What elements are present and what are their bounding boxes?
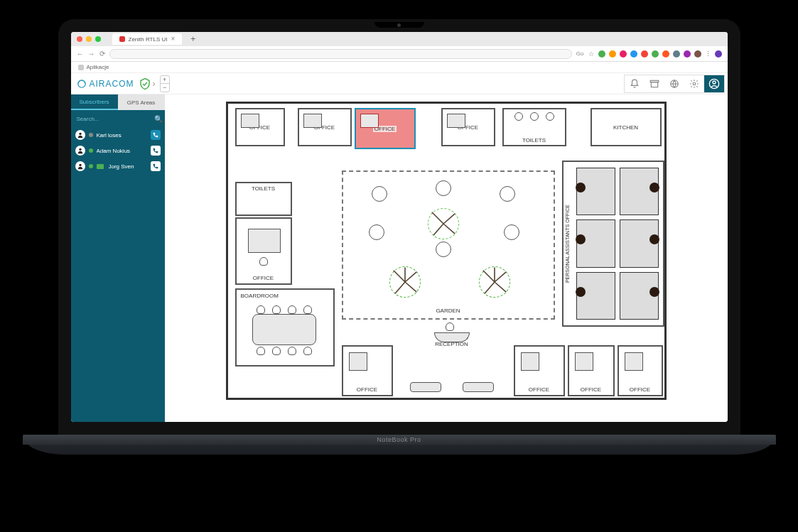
app-body: Subscribers GPS Areas 🔍 ▽ Karl loses xyxy=(71,94,728,422)
url-field[interactable] xyxy=(109,49,572,59)
extension-icon[interactable] xyxy=(630,50,637,58)
room-office-bottom[interactable]: OFFICE xyxy=(342,345,393,396)
room-toilets[interactable]: TOILETS xyxy=(502,108,566,146)
new-tab-button[interactable]: + xyxy=(190,34,195,44)
person-marker xyxy=(649,234,659,244)
chair-furniture xyxy=(259,257,268,266)
garden-table xyxy=(369,224,384,240)
settings-button[interactable] xyxy=(684,75,704,92)
garden-table xyxy=(372,186,387,202)
garden-table xyxy=(500,186,515,202)
subscriber-row[interactable]: Karl loses xyxy=(71,127,165,143)
extensions-menu-icon[interactable]: ⋮ xyxy=(705,50,711,58)
tab-title: Zenith RTLS UI xyxy=(129,36,168,43)
room-office[interactable]: OFFICE xyxy=(235,108,285,146)
garden-table xyxy=(436,180,451,196)
extension-icon[interactable] xyxy=(694,50,701,58)
call-button[interactable] xyxy=(151,146,161,156)
brand-logo[interactable]: AIRACOM xyxy=(74,79,134,89)
chair-furniture xyxy=(272,347,281,355)
extension-icon[interactable] xyxy=(620,50,627,58)
call-button[interactable] xyxy=(151,161,161,171)
share-label: Go xyxy=(576,50,584,57)
room-office-bottom[interactable]: OFFICE xyxy=(618,345,663,396)
svg-point-5 xyxy=(713,81,716,84)
search-icon[interactable]: 🔍 xyxy=(154,115,163,123)
room-label: OFFICE xyxy=(527,386,551,393)
maximize-window-button[interactable] xyxy=(95,36,101,42)
nav-forward-button[interactable]: → xyxy=(88,50,95,58)
room-label: OFFICE xyxy=(628,386,652,393)
star-icon[interactable]: ☆ xyxy=(588,50,594,58)
tab-subscribers[interactable]: Subscribers xyxy=(71,94,118,110)
minimize-window-button[interactable] xyxy=(86,36,92,42)
room-office-bottom[interactable]: OFFICE xyxy=(514,345,565,396)
tab-gps-areas[interactable]: GPS Areas xyxy=(118,94,165,110)
profile-avatar-icon[interactable] xyxy=(715,50,722,58)
search-input[interactable] xyxy=(77,116,151,122)
subscriber-row[interactable]: Jorg Sven xyxy=(71,158,165,174)
tab-label: Subscribers xyxy=(79,99,109,105)
room-kitchen[interactable]: KITCHEN xyxy=(591,108,662,146)
room-office[interactable]: OFFICE xyxy=(298,108,352,146)
zoom-out-button[interactable]: − xyxy=(161,84,169,92)
room-toilets-left[interactable]: TOILETS xyxy=(235,182,292,216)
room-office-bottom[interactable]: OFFICE xyxy=(568,345,615,396)
nav-reload-button[interactable]: ⟳ xyxy=(99,50,105,58)
chair-furniture xyxy=(257,305,265,314)
room-garden[interactable]: GARDEN xyxy=(342,170,555,320)
room-office-left[interactable]: OFFICE xyxy=(235,217,292,285)
room-label: GARDEN xyxy=(434,308,461,314)
bookmarks-bar: Aplikacje xyxy=(71,62,728,73)
status-dot xyxy=(89,164,93,168)
room-label: TOILETS xyxy=(521,137,547,143)
sofa-furniture xyxy=(463,382,494,392)
room-office-highlighted[interactable]: OFFICE xyxy=(355,108,416,149)
close-window-button[interactable] xyxy=(77,36,82,42)
extension-icon[interactable] xyxy=(598,50,605,58)
notifications-button[interactable] xyxy=(625,75,645,92)
room-boardroom[interactable]: BOARDROOM xyxy=(235,288,335,367)
nav-back-button[interactable]: ← xyxy=(77,50,84,58)
room-reception[interactable]: RECEPTION xyxy=(392,324,512,364)
map-canvas[interactable]: OFFICE OFFICE OFFICE xyxy=(165,94,728,422)
desk-furniture xyxy=(349,352,367,371)
subscriber-row[interactable]: Adam Nokius xyxy=(71,143,165,158)
laptop-frame: Zenith RTLS UI × + ← → ⟳ Go ☆ xyxy=(58,19,740,460)
room-pa-office[interactable]: PERSONAL ASSISTANTS OFFICE xyxy=(562,161,664,327)
room-office[interactable]: OFFICE xyxy=(441,108,495,146)
shield-check-icon[interactable] xyxy=(139,77,151,90)
zoom-controls: + − xyxy=(160,75,170,92)
garden-table xyxy=(504,224,519,240)
garden-table xyxy=(436,241,451,257)
zoom-in-button[interactable]: + xyxy=(161,76,169,84)
extension-icon[interactable] xyxy=(684,50,691,58)
user-icon xyxy=(77,163,84,170)
room-label: OFFICE xyxy=(252,275,275,281)
svg-point-7 xyxy=(79,148,81,151)
call-button[interactable] xyxy=(151,130,161,140)
screen-bezel: Zenith RTLS UI × + ← → ⟳ Go ☆ xyxy=(58,19,740,435)
avatar xyxy=(75,146,85,156)
desk-furniture xyxy=(625,352,643,371)
archive-button[interactable] xyxy=(645,75,664,92)
browser-tab[interactable]: Zenith RTLS UI × xyxy=(112,33,183,45)
extension-icon[interactable] xyxy=(641,50,648,58)
extension-icon[interactable] xyxy=(673,50,680,58)
tab-close-icon[interactable]: × xyxy=(171,36,175,43)
avatar xyxy=(75,130,85,140)
globe-button[interactable] xyxy=(664,75,684,92)
brand-logo-icon xyxy=(77,79,87,89)
gear-icon xyxy=(689,79,699,89)
tree-icon xyxy=(386,263,424,301)
boardroom-table xyxy=(252,314,316,345)
profile-button[interactable] xyxy=(704,75,724,92)
apps-icon[interactable] xyxy=(78,65,84,70)
extension-icon[interactable] xyxy=(652,50,659,58)
extension-icon[interactable] xyxy=(609,50,616,58)
extension-icon[interactable] xyxy=(662,50,669,58)
bookmarks-label[interactable]: Aplikacje xyxy=(87,64,109,70)
expand-toggle-icon[interactable]: › xyxy=(153,79,156,89)
box-icon xyxy=(649,79,659,89)
traffic-lights xyxy=(77,36,101,42)
